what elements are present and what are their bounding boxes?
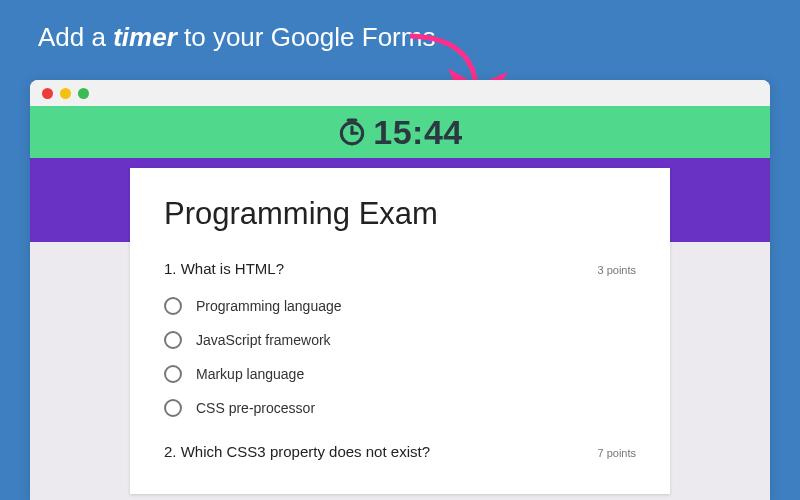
question-text: 1. What is HTML? — [164, 260, 284, 277]
question-text: 2. Which CSS3 property does not exist? — [164, 443, 430, 460]
minimize-icon[interactable] — [60, 88, 71, 99]
option-label: Markup language — [196, 366, 304, 382]
question-points: 7 points — [597, 447, 636, 459]
radio-icon — [164, 297, 182, 315]
promo-headline: Add a timer to your Google Forms — [0, 0, 800, 53]
question-1: 1. What is HTML? 3 points Programming la… — [164, 260, 636, 425]
timer-display: 15:44 — [337, 113, 462, 152]
question-2: 2. Which CSS3 property does not exist? 7… — [164, 443, 636, 460]
headline-emph: timer — [113, 22, 177, 52]
form-card: Programming Exam 1. What is HTML? 3 poin… — [130, 168, 670, 494]
radio-icon — [164, 365, 182, 383]
form-background: Programming Exam 1. What is HTML? 3 poin… — [30, 242, 770, 500]
question-points: 3 points — [597, 264, 636, 276]
browser-window: 15:44 Programming Exam 1. What is HTML? … — [30, 80, 770, 500]
timer-bar: 15:44 — [30, 106, 770, 158]
headline-suffix: to your Google Forms — [177, 22, 436, 52]
close-icon[interactable] — [42, 88, 53, 99]
radio-option[interactable]: Markup language — [164, 357, 636, 391]
clock-icon — [337, 117, 367, 147]
maximize-icon[interactable] — [78, 88, 89, 99]
option-label: JavaScript framework — [196, 332, 331, 348]
timer-value: 15:44 — [373, 113, 462, 152]
radio-option[interactable]: Programming language — [164, 289, 636, 323]
form-title: Programming Exam — [164, 196, 636, 232]
radio-icon — [164, 399, 182, 417]
radio-option[interactable]: CSS pre-processor — [164, 391, 636, 425]
radio-icon — [164, 331, 182, 349]
headline-prefix: Add a — [38, 22, 113, 52]
radio-option[interactable]: JavaScript framework — [164, 323, 636, 357]
option-label: CSS pre-processor — [196, 400, 315, 416]
window-titlebar — [30, 80, 770, 106]
option-label: Programming language — [196, 298, 342, 314]
